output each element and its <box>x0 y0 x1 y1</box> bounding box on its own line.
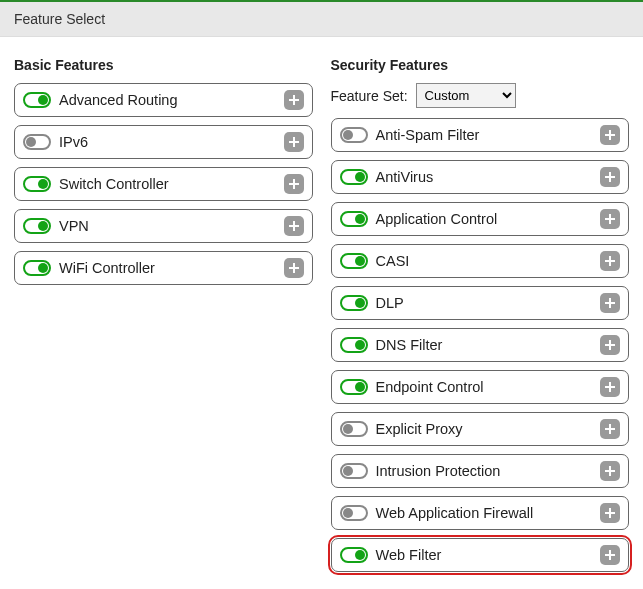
plus-icon <box>604 339 616 351</box>
toggle-knob <box>355 298 365 308</box>
toggle-knob <box>355 214 365 224</box>
panel-header: Feature Select <box>0 0 643 37</box>
toggle-switch[interactable] <box>340 463 368 479</box>
expand-button[interactable] <box>600 419 620 439</box>
feature-label: WiFi Controller <box>59 260 276 276</box>
toggle-switch[interactable] <box>340 337 368 353</box>
feature-label: DLP <box>376 295 593 311</box>
feature-label: Application Control <box>376 211 593 227</box>
feature-item: Web Application Firewall <box>331 496 630 530</box>
toggle-switch[interactable] <box>340 211 368 227</box>
feature-item: AntiVirus <box>331 160 630 194</box>
feature-label: CASI <box>376 253 593 269</box>
toggle-switch[interactable] <box>23 176 51 192</box>
toggle-switch[interactable] <box>340 547 368 563</box>
feature-item: Application Control <box>331 202 630 236</box>
basic-features-heading: Basic Features <box>14 57 313 73</box>
toggle-knob <box>355 256 365 266</box>
toggle-knob <box>343 466 353 476</box>
toggle-switch[interactable] <box>23 260 51 276</box>
feature-item: Web Filter <box>331 538 630 572</box>
toggle-knob <box>355 172 365 182</box>
feature-label: Endpoint Control <box>376 379 593 395</box>
plus-icon <box>604 507 616 519</box>
plus-icon <box>604 465 616 477</box>
feature-label: Advanced Routing <box>59 92 276 108</box>
feature-item: Intrusion Protection <box>331 454 630 488</box>
toggle-switch[interactable] <box>23 218 51 234</box>
security-features-heading: Security Features <box>331 57 630 73</box>
toggle-knob <box>343 130 353 140</box>
expand-button[interactable] <box>600 209 620 229</box>
feature-item: CASI <box>331 244 630 278</box>
feature-label: Explicit Proxy <box>376 421 593 437</box>
feature-item: VPN <box>14 209 313 243</box>
feature-item: Advanced Routing <box>14 83 313 117</box>
expand-button[interactable] <box>600 125 620 145</box>
feature-label: Intrusion Protection <box>376 463 593 479</box>
toggle-switch[interactable] <box>340 253 368 269</box>
panel-title: Feature Select <box>14 11 105 27</box>
feature-item: WiFi Controller <box>14 251 313 285</box>
toggle-knob <box>343 508 353 518</box>
expand-button[interactable] <box>600 377 620 397</box>
plus-icon <box>288 94 300 106</box>
security-features-list: Anti-Spam FilterAntiVirusApplication Con… <box>331 118 630 572</box>
expand-button[interactable] <box>600 545 620 565</box>
toggle-knob <box>38 95 48 105</box>
expand-button[interactable] <box>284 258 304 278</box>
feature-set-select[interactable]: Custom <box>416 83 516 108</box>
security-features-column: Security Features Feature Set: Custom An… <box>331 51 630 580</box>
plus-icon <box>604 171 616 183</box>
plus-icon <box>604 381 616 393</box>
plus-icon <box>604 423 616 435</box>
expand-button[interactable] <box>600 251 620 271</box>
feature-item: DNS Filter <box>331 328 630 362</box>
expand-button[interactable] <box>600 293 620 313</box>
plus-icon <box>288 178 300 190</box>
toggle-knob <box>355 382 365 392</box>
feature-set-label: Feature Set: <box>331 88 408 104</box>
feature-item: IPv6 <box>14 125 313 159</box>
feature-item: Switch Controller <box>14 167 313 201</box>
toggle-switch[interactable] <box>340 505 368 521</box>
feature-item: DLP <box>331 286 630 320</box>
expand-button[interactable] <box>600 167 620 187</box>
feature-label: AntiVirus <box>376 169 593 185</box>
expand-button[interactable] <box>600 335 620 355</box>
plus-icon <box>288 136 300 148</box>
feature-item: Explicit Proxy <box>331 412 630 446</box>
feature-label: DNS Filter <box>376 337 593 353</box>
toggle-switch[interactable] <box>23 92 51 108</box>
plus-icon <box>604 297 616 309</box>
toggle-switch[interactable] <box>23 134 51 150</box>
expand-button[interactable] <box>284 216 304 236</box>
plus-icon <box>288 262 300 274</box>
columns: Basic Features Advanced RoutingIPv6Switc… <box>0 37 643 589</box>
feature-label: Web Application Firewall <box>376 505 593 521</box>
toggle-knob <box>343 424 353 434</box>
toggle-knob <box>26 137 36 147</box>
toggle-knob <box>38 179 48 189</box>
toggle-switch[interactable] <box>340 127 368 143</box>
feature-label: VPN <box>59 218 276 234</box>
feature-label: IPv6 <box>59 134 276 150</box>
feature-item: Anti-Spam Filter <box>331 118 630 152</box>
basic-features-column: Basic Features Advanced RoutingIPv6Switc… <box>14 51 313 580</box>
plus-icon <box>604 213 616 225</box>
toggle-knob <box>355 340 365 350</box>
toggle-switch[interactable] <box>340 295 368 311</box>
feature-set-row: Feature Set: Custom <box>331 83 630 108</box>
basic-features-list: Advanced RoutingIPv6Switch ControllerVPN… <box>14 83 313 285</box>
plus-icon <box>604 255 616 267</box>
toggle-switch[interactable] <box>340 379 368 395</box>
expand-button[interactable] <box>600 503 620 523</box>
feature-label: Web Filter <box>376 547 593 563</box>
toggle-switch[interactable] <box>340 169 368 185</box>
expand-button[interactable] <box>284 90 304 110</box>
expand-button[interactable] <box>284 174 304 194</box>
expand-button[interactable] <box>284 132 304 152</box>
toggle-switch[interactable] <box>340 421 368 437</box>
toggle-knob <box>355 550 365 560</box>
expand-button[interactable] <box>600 461 620 481</box>
